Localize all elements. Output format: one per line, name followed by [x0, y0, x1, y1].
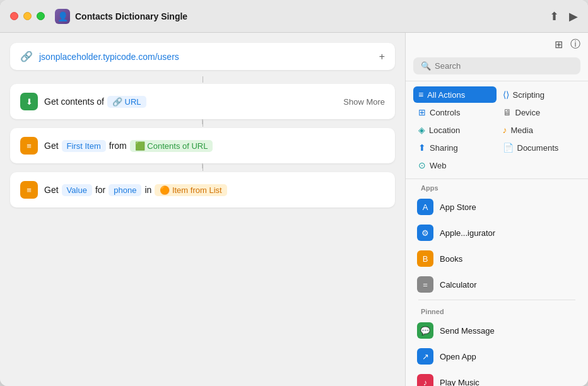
scripting-icon: ⟨⟩ — [503, 90, 509, 100]
category-sharing[interactable]: ⬆ Sharing — [413, 139, 497, 156]
category-web-label: Web — [430, 161, 447, 170]
share-button[interactable]: ⬆ — [550, 9, 559, 23]
minimize-button[interactable] — [23, 12, 32, 20]
sharing-icon: ⬆ — [418, 143, 426, 153]
fullscreen-button[interactable] — [37, 12, 45, 20]
pinned-section-label: Pinned — [411, 303, 583, 318]
action-icon-first-item: ≡ — [20, 137, 38, 155]
first-item-token: First Item — [62, 140, 106, 152]
action-app-store[interactable]: A App Store — [411, 194, 583, 219]
send-message-icon: 💬 — [417, 322, 433, 339]
main-content: 🔗 jsonplaceholder.typicode.com/users + ⬇… — [0, 33, 588, 386]
category-location[interactable]: ◈ Location — [413, 122, 497, 138]
search-box[interactable]: 🔍 — [413, 57, 580, 74]
category-all-actions[interactable]: ≡ All Actions — [413, 86, 497, 103]
all-actions-icon: ≡ — [418, 90, 423, 100]
play-button[interactable]: ▶ — [569, 9, 578, 23]
books-icon: B — [417, 250, 433, 267]
connector-1 — [203, 76, 203, 83]
title-bar: 👤 Contacts Dictionary Single ⬆ ▶ — [0, 0, 588, 33]
category-controls[interactable]: ⊞ Controls — [413, 104, 497, 120]
action-middle-2: from — [109, 141, 127, 151]
calculator-label: Calculator — [440, 280, 477, 290]
category-scripting[interactable]: ⟨⟩ Scripting — [498, 86, 581, 103]
action-text-first-item: Get First Item from 🟩 Contents of URL — [44, 140, 213, 152]
canvas-panel: 🔗 jsonplaceholder.typicode.com/users + ⬇… — [0, 33, 405, 386]
apple-configurator-icon: ⚙ — [417, 225, 433, 241]
app-store-icon: A — [417, 199, 433, 215]
action-get-value[interactable]: ≡ Get Value for phone in 🟠 Item from Lis… — [10, 172, 395, 208]
action-get-contents[interactable]: ⬇ Get contents of 🔗 URL Show More — [10, 84, 395, 119]
calculator-icon: = — [417, 276, 433, 293]
action-prefix-1: Get contents of — [44, 96, 104, 107]
link-icon: 🔗 — [20, 50, 33, 62]
action-prefix-3: Get — [44, 185, 59, 195]
close-button[interactable] — [10, 12, 18, 20]
send-message-label: Send Message — [440, 326, 495, 336]
divider-apps-pinned — [418, 300, 575, 300]
action-get-first-item[interactable]: ≡ Get First Item from 🟩 Contents of URL — [10, 128, 395, 163]
play-music-icon: ♪ — [417, 374, 433, 386]
action-calculator[interactable]: = Calculator — [411, 272, 583, 297]
action-list: Apps A App Store ⚙ Apple...igurator B Bo… — [406, 179, 588, 386]
action-icon-contents: ⬇ — [20, 93, 38, 110]
books-label: Books — [440, 254, 462, 264]
apple-configurator-label: Apple...igurator — [440, 228, 495, 238]
category-device-label: Device — [515, 108, 541, 117]
action-in: in — [144, 185, 151, 195]
web-icon: ⊙ — [418, 160, 426, 170]
search-icon: 🔍 — [421, 61, 431, 71]
action-text-contents: Get contents of 🔗 URL — [44, 96, 146, 108]
apps-section-label: Apps — [411, 179, 583, 194]
play-music-label: Play Music — [440, 378, 479, 387]
category-all-label: All Actions — [427, 90, 465, 100]
url-text: jsonplaceholder.typicode.com/users — [39, 52, 373, 62]
category-documents[interactable]: 📄 Documents — [498, 139, 581, 156]
item-list-token: 🟠 Item from List — [155, 184, 226, 196]
sidebar-search-area: 🔍 — [406, 51, 588, 81]
search-input[interactable] — [435, 61, 573, 71]
category-controls-label: Controls — [430, 108, 460, 117]
documents-icon: 📄 — [503, 143, 514, 153]
show-more-button[interactable]: Show More — [343, 97, 385, 107]
media-icon: ♪ — [503, 125, 507, 135]
open-app-icon: ↗ — [417, 348, 433, 365]
url-token: 🔗 URL — [107, 96, 146, 108]
controls-icon: ⊞ — [418, 107, 426, 117]
info-button[interactable]: ⓘ — [570, 38, 580, 51]
window-title: Contacts Dictionary Single — [75, 11, 550, 21]
categories-grid: ≡ All Actions ⟨⟩ Scripting ⊞ Controls 🖥 … — [406, 81, 588, 179]
action-play-music[interactable]: ♪ Play Music — [411, 370, 583, 386]
open-app-label: Open App — [440, 352, 476, 361]
category-media[interactable]: ♪ Media — [498, 122, 581, 138]
title-actions: ⬆ ▶ — [550, 9, 578, 23]
category-location-label: Location — [429, 126, 460, 135]
traffic-lights — [10, 12, 45, 20]
category-device[interactable]: 🖥 Device — [498, 104, 581, 120]
action-text-value: Get Value for phone in 🟠 Item from List — [44, 184, 227, 196]
app-icon: 👤 — [55, 9, 70, 24]
category-media-label: Media — [511, 126, 533, 135]
add-action-button[interactable]: ⊞ — [555, 38, 563, 50]
action-send-message[interactable]: 💬 Send Message — [411, 318, 583, 343]
action-prefix-2: Get — [44, 141, 59, 151]
category-web[interactable]: ⊙ Web — [413, 157, 497, 173]
location-icon: ◈ — [418, 125, 425, 135]
category-scripting-label: Scripting — [513, 90, 545, 100]
action-books[interactable]: B Books — [411, 246, 583, 271]
app-window: 👤 Contacts Dictionary Single ⬆ ▶ 🔗 jsonp… — [0, 0, 588, 386]
action-for: for — [95, 185, 105, 195]
sidebar: ⊞ ⓘ 🔍 ≡ All Actions ⟨⟩ Scripting — [405, 33, 588, 386]
url-bar[interactable]: 🔗 jsonplaceholder.typicode.com/users + — [10, 43, 395, 70]
category-documents-label: Documents — [517, 143, 559, 153]
category-sharing-label: Sharing — [430, 143, 458, 153]
phone-token: phone — [109, 184, 141, 196]
action-open-app[interactable]: ↗ Open App — [411, 344, 583, 369]
contents-url-token: 🟩 Contents of URL — [130, 140, 213, 152]
value-token: Value — [62, 184, 92, 196]
action-apple-configurator[interactable]: ⚙ Apple...igurator — [411, 220, 583, 245]
app-store-label: App Store — [440, 202, 476, 212]
device-icon: 🖥 — [503, 107, 512, 117]
add-url-button[interactable]: + — [379, 51, 385, 62]
action-icon-value: ≡ — [20, 181, 38, 199]
